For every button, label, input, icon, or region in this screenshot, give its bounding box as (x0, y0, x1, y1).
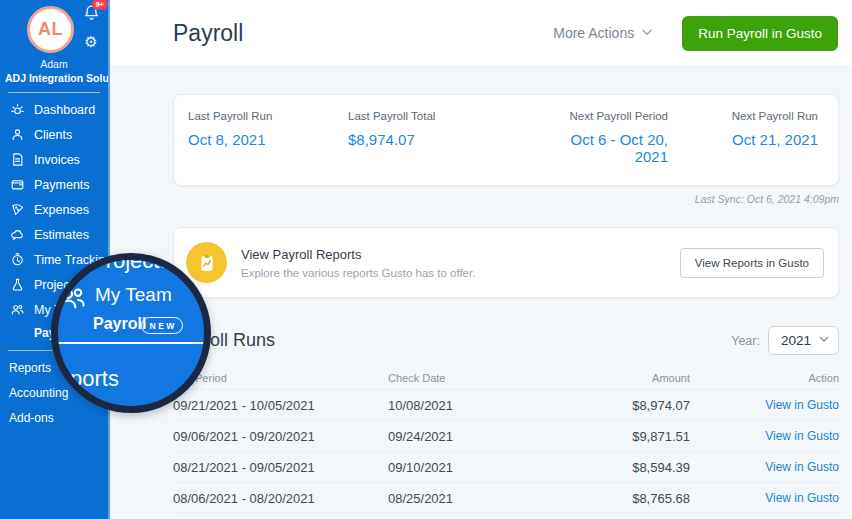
page-title: Payroll (173, 20, 243, 47)
metric-label: Next Payroll Run (668, 110, 818, 122)
payroll-runs-table: Pay Period Check Date Amount Action 09/2… (173, 367, 839, 519)
payments-wallet-icon (9, 177, 25, 193)
column-header-pay-period: Pay Period (173, 372, 388, 384)
payroll-runs-header: Payroll Runs Year: 2021 (173, 326, 839, 355)
metric-next-payroll-period: Next Payroll Period Oct 6 - Oct 20, 2021 (563, 110, 668, 165)
dashboard-sun-icon (9, 102, 25, 118)
metric-value: Oct 21, 2021 (668, 131, 818, 148)
sidebar-item-clients[interactable]: Clients (0, 122, 108, 147)
view-in-gusto-link[interactable]: View in Gusto (690, 460, 839, 474)
year-select-value: 2021 (781, 333, 811, 348)
view-in-gusto-link[interactable]: View in Gusto (690, 398, 839, 412)
payroll-reports-clipboard-icon (186, 242, 227, 283)
sidebar-item-label: Payments (34, 178, 90, 192)
metric-label: Last Payroll Total (348, 110, 563, 122)
reports-card-text: View Payroll Reports Explore the various… (241, 247, 475, 279)
last-sync-timestamp: Last Sync: Oct 6, 2021 4:09pm (173, 193, 839, 205)
table-row: 08/21/2021 - 09/05/2021 09/10/2021 $8,59… (173, 451, 839, 482)
metric-value: Oct 8, 2021 (188, 131, 348, 148)
table-row: 09/21/2021 - 10/05/2021 10/08/2021 $8,97… (173, 389, 839, 420)
sidebar-item-label: Reports (9, 361, 51, 375)
check-date-cell: 09/10/2021 (388, 460, 538, 475)
sidebar-item-label: Dashboard (34, 103, 95, 117)
run-payroll-button[interactable]: Run Payroll in Gusto (682, 16, 838, 51)
reports-card-title: View Payroll Reports (241, 247, 475, 262)
user-name: Adam (0, 58, 108, 70)
sidebar-item-expenses[interactable]: Expenses (0, 197, 108, 222)
magnifier-overlay: Projects My Team Payroll NEW ports (51, 253, 211, 413)
sidebar-item-label: Invoices (34, 153, 80, 167)
year-filter-label: Year: (731, 334, 760, 348)
table-row: 09/06/2021 - 09/20/2021 09/24/2021 $9,87… (173, 420, 839, 451)
sidebar-item-payments[interactable]: Payments (0, 172, 108, 197)
metric-value: Oct 6 - Oct 20, 2021 (563, 131, 668, 165)
metric-next-payroll-run: Next Payroll Run Oct 21, 2021 (668, 110, 818, 165)
view-in-gusto-link[interactable]: View in Gusto (690, 429, 839, 443)
user-company: ADJ Integration Solutio... (0, 72, 108, 84)
sidebar-item-estimates[interactable]: Estimates (0, 222, 108, 247)
pay-period-cell: 09/06/2021 - 09/20/2021 (173, 429, 388, 444)
projects-flask-icon (9, 277, 25, 293)
user-block: AL 9+ ⚙ Adam ADJ Integration Solutio... (0, 0, 108, 84)
settings-gear-icon[interactable]: ⚙ (78, 34, 104, 49)
invoices-document-icon (9, 152, 25, 168)
pay-period-cell: 08/06/2021 - 08/20/2021 (173, 491, 388, 506)
sidebar-item-invoices[interactable]: Invoices (0, 147, 108, 172)
view-reports-card: View Payroll Reports Explore the various… (173, 227, 839, 298)
payroll-app: AL 9+ ⚙ Adam ADJ Integration Solutio... (0, 0, 852, 519)
view-reports-button[interactable]: View Reports in Gusto (680, 248, 824, 278)
view-in-gusto-link[interactable]: View in Gusto (690, 491, 839, 505)
year-select[interactable]: 2021 (768, 326, 839, 355)
check-date-cell: 10/08/2021 (388, 398, 538, 413)
main-area: Payroll More Actions Run Payroll in Gust… (110, 0, 852, 519)
column-header-check-date: Check Date (388, 372, 538, 384)
sidebar-item-label: Expenses (34, 203, 89, 217)
table-header-row: Pay Period Check Date Amount Action (173, 367, 839, 389)
check-date-cell: 08/25/2021 (388, 491, 538, 506)
payroll-summary-card: Last Payroll Run Oct 8, 2021 Last Payrol… (173, 94, 839, 186)
sidebar-item-label: Clients (34, 128, 72, 142)
metric-value: $8,974.07 (348, 131, 563, 148)
magnified-my-team-label[interactable]: My Team (95, 284, 172, 306)
chevron-down-icon (640, 25, 654, 42)
page-content: Last Payroll Run Oct 8, 2021 Last Payrol… (110, 67, 852, 519)
magnified-new-badge: NEW (141, 317, 183, 334)
notifications-bell-icon[interactable]: 9+ (83, 4, 100, 25)
more-actions-dropdown[interactable]: More Actions (553, 25, 654, 42)
sidebar-divider (8, 92, 100, 93)
avatar[interactable]: AL (27, 6, 74, 53)
chevron-down-icon (818, 333, 830, 348)
more-actions-label: More Actions (553, 25, 634, 41)
my-team-people-icon (9, 302, 25, 318)
sidebar-item-dashboard[interactable]: Dashboard (0, 97, 108, 122)
estimates-cloud-icon (9, 227, 25, 243)
metric-last-payroll-total: Last Payroll Total $8,974.07 (348, 110, 563, 165)
sidebar-item-label: Accounting (9, 386, 68, 400)
amount-cell: $8,974.07 (538, 398, 690, 413)
expenses-slice-icon (9, 202, 25, 218)
metric-label: Last Payroll Run (188, 110, 348, 122)
amount-cell: $8,765.68 (538, 491, 690, 506)
amount-cell: $9,871.51 (538, 429, 690, 444)
avatar-initials: AL (38, 19, 63, 40)
magnified-reports-partial-label: ports (70, 366, 119, 392)
column-header-amount: Amount (538, 372, 690, 384)
table-row: 07/21/2021 - 08/05/2021 08/10/2021 $4,96… (173, 513, 839, 519)
magnified-payroll-label[interactable]: Payroll (93, 315, 146, 333)
metric-last-payroll-run: Last Payroll Run Oct 8, 2021 (188, 110, 348, 165)
time-tracking-clock-icon (9, 252, 25, 268)
magnified-divider (53, 342, 209, 344)
table-row: 08/06/2021 - 08/20/2021 08/25/2021 $8,76… (173, 482, 839, 513)
page-header: Payroll More Actions Run Payroll in Gust… (110, 0, 852, 67)
clients-person-icon (9, 127, 25, 143)
sidebar-item-label: Add-ons (9, 411, 54, 425)
sidebar-item-add-ons[interactable]: Add-ons (0, 405, 108, 430)
metric-label: Next Payroll Period (563, 110, 668, 122)
pay-period-cell: 09/21/2021 - 10/05/2021 (173, 398, 388, 413)
notification-badge: 9+ (92, 0, 108, 10)
reports-card-subtitle: Explore the various reports Gusto has to… (241, 267, 475, 279)
sidebar: AL 9+ ⚙ Adam ADJ Integration Solutio... (0, 0, 110, 519)
check-date-cell: 09/24/2021 (388, 429, 538, 444)
pay-period-cell: 08/21/2021 - 09/05/2021 (173, 460, 388, 475)
sidebar-item-label: Estimates (34, 228, 89, 242)
